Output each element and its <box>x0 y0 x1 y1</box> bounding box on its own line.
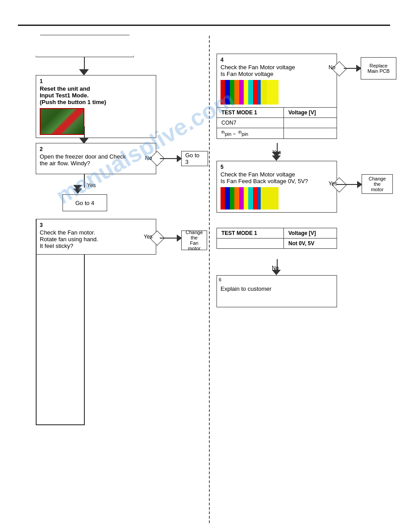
change-motor-label: Change themotor <box>366 176 389 192</box>
box1-line2: Input Test1 Mode. <box>40 92 152 99</box>
wires-image-5 <box>221 187 279 209</box>
box-5: 5 Check the Fan Motor voltage Is Fan Fee… <box>216 161 337 213</box>
table4-row1-col2 <box>284 118 337 128</box>
box-3: 3 Check the Fan motor. Rotate fan using … <box>36 219 156 255</box>
goto4-label: Go to 4 <box>75 200 95 206</box>
box6-num: 6 <box>219 277 221 282</box>
box-1: 1 Reset the unit and Input Test1 Mode. (… <box>36 75 156 138</box>
start-box <box>36 35 134 57</box>
box-4: 4 Check the Fan Motor voltage Is Fan Mot… <box>216 54 337 108</box>
wires-image-4 <box>221 80 279 105</box>
box2-num: 2 <box>40 146 152 152</box>
no-label-4: No <box>329 64 335 71</box>
arrow-yes-2b <box>73 189 82 194</box>
change-fan-label: Change theFan motor <box>185 230 203 251</box>
no-label-2: No <box>145 155 152 161</box>
box3-line3: It feel sticky? <box>40 243 152 249</box>
table5-header2: Voltage [V] <box>284 228 337 239</box>
yes-label-2: Yes <box>87 182 96 189</box>
arrow-head-start <box>79 69 89 75</box>
table4-row2-col1: thpin ~ thpin <box>217 128 284 139</box>
box5-line2: Is Fan Feed Back voltage 0V, 5V? <box>221 178 333 184</box>
box-goto4: Go to 4 <box>62 194 107 211</box>
line-yes-to-changefan <box>160 238 179 239</box>
table-5: TEST MODE 1 Voltage [V] Not 0V, 5V <box>216 228 337 249</box>
box4-line1: Check the Fan Motor voltage <box>221 64 333 71</box>
line-bottom-h <box>36 424 85 425</box>
table5-header1: TEST MODE 1 <box>217 228 284 239</box>
box3-line1: Check the Fan motor. <box>40 229 152 236</box>
line-left-outer <box>36 219 37 424</box>
pcb-image <box>40 108 84 135</box>
table4-header1: TEST MODE 1 <box>217 108 284 118</box>
arrow-no-5 <box>272 270 281 275</box>
table5-row1-col2: Not 0V, 5V <box>284 239 337 249</box>
line-left-long <box>84 255 85 424</box>
replace-pcb-label: ReplaceMain PCB <box>367 63 390 74</box>
divider <box>209 36 210 523</box>
table4-row2-col2 <box>284 128 337 139</box>
table4-row1-col1: CON7 <box>217 118 284 128</box>
table5-row1-col1 <box>217 239 284 249</box>
arrow-yes-4b <box>272 155 281 161</box>
box5-num: 5 <box>221 164 333 170</box>
table4-header2: Voltage [V] <box>284 108 337 118</box>
top-rule <box>18 25 390 26</box>
box1-num: 1 <box>40 78 152 84</box>
box-replace-pcb: ReplaceMain PCB <box>361 57 396 80</box>
box3-line2: Rotate fan using hand. <box>40 236 152 243</box>
box-change-motor: Change themotor <box>362 174 393 194</box>
yes-label-3: Yes <box>144 234 153 240</box>
box2-line2: the air flow. Windy? <box>40 160 152 167</box>
box-change-fan: Change theFan motor <box>181 230 207 250</box>
box4-num: 4 <box>221 57 333 63</box>
line-2-yes-v <box>84 174 85 188</box>
box4-line2: Is Fan Motor voltage <box>221 71 333 77</box>
box-6: 6 Explain to customer <box>216 275 337 307</box>
box6-label: Explain to customer <box>221 285 333 292</box>
box-goto3: Go to 3 <box>181 151 208 166</box>
box5-line1: Check the Fan Motor voltage <box>221 171 333 178</box>
box2-line1: Open the freezer door and Check <box>40 153 152 160</box>
box3-num: 3 <box>40 222 152 228</box>
box-2: 2 Open the freezer door and Check the ai… <box>36 143 156 174</box>
table-4: TEST MODE 1 Voltage [V] CON7 thpin ~ thp… <box>216 107 337 139</box>
goto3-label: Go to 3 <box>185 152 204 165</box>
page-container: manualsplive.com 1 Reset the unit and In… <box>0 0 408 532</box>
line-5-yes-h <box>337 184 359 185</box>
box1-line1: Reset the unit and <box>40 85 152 92</box>
yes-label-5: Yes <box>329 180 337 187</box>
line-no-to-goto3 <box>160 158 179 159</box>
box1-line3: (Push the button 1 time) <box>40 99 152 105</box>
